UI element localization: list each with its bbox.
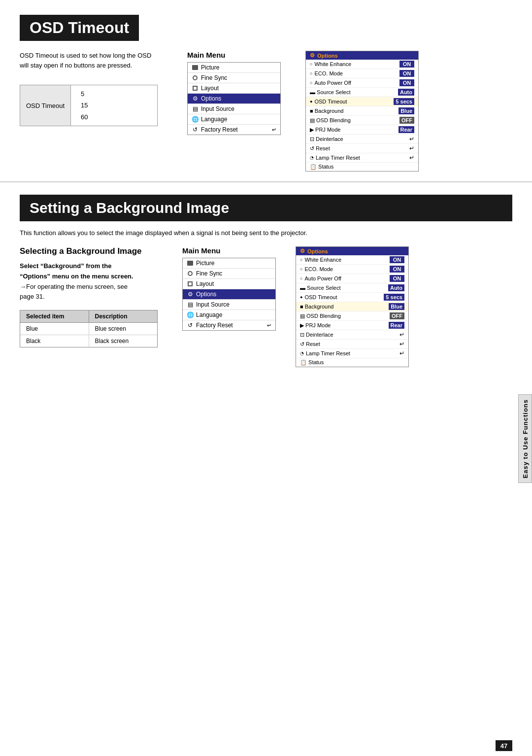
bg-osd-timeout-row-value: 5 secs [384,294,404,301]
bg-status-label: 📋 Status [300,359,324,366]
bg-menu-item-language[interactable]: 🌐 Language [183,310,275,320]
osd-blending-value: OFF [399,117,414,124]
options-icon: ⚙ [192,96,199,102]
bg-white-enhance-label: ○ White Enhance [300,257,341,263]
menu-label-language: Language [201,116,227,123]
menu-item-layout[interactable]: Layout [188,83,280,94]
bg-menu-label-picture: Picture [196,260,214,267]
osd-options-panel: ⚙ Options ○ White Enhance ON ○ ECO. Mode… [305,51,512,172]
menu-item-language[interactable]: 🌐 Language [188,114,280,125]
bg-menu-item-layout[interactable]: Layout [183,279,275,289]
options-header-icon: ⚙ [310,52,315,59]
bg-menu-box: Picture Fine Sync Layout ⚙ Options ▤ Inp… [182,258,276,331]
bg-left-panel: Selecting a Background Image Select “Bac… [20,246,167,347]
bg-table-row-blue: Blue Blue screen [20,323,157,335]
bg-desc-black: Black screen [89,335,158,347]
bg-description: This function allows you to select the i… [20,229,512,237]
source-select-value: Auto [398,89,414,96]
bg-menu-item-finesync[interactable]: Fine Sync [183,269,275,279]
bg-menu-label-factoryreset: Factory Reset [196,322,233,329]
menu-item-picture[interactable]: Picture [188,63,280,73]
bg-factoryreset-enter: ↵ [267,322,271,329]
bg-options-panel: ⚙ Options ○ White Enhance ON ○ ECO. Mode… [296,246,512,367]
side-tab: Easy to Use Functions [518,394,532,483]
bg-source-select-value: Auto [388,284,404,291]
menu-label-layout: Layout [201,85,219,92]
osd-content-area: OSD Timeout is used to set how long the … [20,51,512,172]
bg-prj-mode-label: ▶ PRJ Mode [300,322,331,329]
lamp-timer-label: ◔ Lamp Timer Reset [310,155,360,161]
background-value: Blue [399,107,414,114]
auto-power-label: ○ Auto Power Off [310,80,351,86]
bg-menu-label-inputsource: Input Source [196,301,230,308]
bg-lamp-timer-label: ◔ Lamp Timer Reset [300,350,350,356]
bg-menu-item-inputsource[interactable]: ▤ Input Source [183,300,275,310]
page-number: 47 [496,740,512,751]
options-row-prj-mode: ▶ PRJ Mode Rear [306,125,418,135]
options-row-eco-mode: ○ ECO. Mode ON [306,69,418,78]
bg-finesync-icon [187,271,194,276]
layout-icon [192,85,199,91]
osd-left-panel: OSD Timeout is used to set how long the … [20,51,167,126]
factoryreset-icon: ↺ [192,127,199,133]
bg-options-header-icon: ⚙ [300,248,305,254]
bg-white-enhance-value: ON [390,256,404,263]
osd-main-menu: Main Menu Picture Fine Sync Layout ⚙ Opt… [187,51,286,135]
options-row-source-select: ▬ Source Select Auto [306,88,418,97]
menu-item-inputsource[interactable]: ▤ Input Source [188,104,280,114]
options-row-background: ■ Background Blue [306,106,418,116]
osd-values-table: OSD Timeout 5 15 60 [20,85,158,126]
options-panel-header: ⚙ Options [306,51,418,60]
instruction-line4: page 31. [20,293,45,300]
bg-osd-blending-value: OFF [390,312,404,319]
menu-label-finesync: Fine Sync [201,74,227,81]
menu-item-finesync[interactable]: Fine Sync [188,73,280,83]
bg-options-row-osd-blending: ▤ OSD Blending OFF [296,311,408,321]
eco-mode-value: ON [399,70,414,77]
osd-timeout-section: OSD Timeout OSD Timeout is used to set h… [0,0,532,182]
menu-item-factoryreset[interactable]: ↺ Factory Reset ↵ [188,125,280,135]
bg-options-row-prj-mode: ▶ PRJ Mode Rear [296,321,408,330]
options-row-auto-power: ○ Auto Power Off ON [306,78,418,88]
deinterlace-enter: ↵ [409,136,414,142]
bg-source-select-label: ▬ Source Select [300,285,341,291]
bg-options-row-source-select: ▬ Source Select Auto [296,283,408,293]
background-label: ■ Background [310,108,343,114]
bg-menu-item-factoryreset[interactable]: ↺ Factory Reset ↵ [183,320,275,330]
bg-options-row-background: ■ Background Blue [296,302,408,311]
bg-options-row-osd-timeout: ● OSD Timeout 5 secs [296,293,408,302]
bg-inputsource-icon: ▤ [187,302,194,308]
menu-label-picture: Picture [201,64,219,71]
bg-menu-label-layout: Layout [196,280,214,287]
bg-menu-label-finesync: Fine Sync [196,270,222,277]
bg-menu-item-picture[interactable]: Picture [183,258,275,269]
background-image-title: Setting a Background Image [20,195,512,221]
osd-main-menu-title: Main Menu [187,51,286,59]
menu-item-options[interactable]: ⚙ Options [188,94,280,104]
osd-value-60: 60 [81,111,88,123]
bg-table-header: Selected item Description [20,310,157,323]
bg-menu-label-language: Language [196,311,222,318]
bg-background-value: Blue [389,303,404,310]
bg-col1-header: Selected item [20,310,89,322]
osd-timeout-row-label: ● OSD Timeout [310,99,347,104]
finesync-icon [192,75,199,81]
osd-timeout-title: OSD Timeout [20,15,139,41]
osd-description: OSD Timeout is used to set how long the … [20,51,167,70]
bg-item-blue: Blue [20,323,89,335]
bg-eco-mode-value: ON [390,266,404,273]
bg-osd-timeout-row-label: ● OSD Timeout [300,294,337,300]
lamp-timer-enter: ↵ [409,154,414,161]
instruction-line1: Select “Background” from the [20,262,111,270]
options-row-osd-blending: ▤ OSD Blending OFF [306,116,418,125]
reset-enter: ↵ [409,145,414,152]
language-icon: 🌐 [192,116,199,122]
bg-auto-power-value: ON [390,275,404,282]
bg-menu-item-options[interactable]: ⚙ Options [183,289,275,300]
prj-mode-label: ▶ PRJ Mode [310,127,340,133]
auto-power-value: ON [399,79,414,86]
bg-osd-blending-label: ▤ OSD Blending [300,313,341,319]
eco-mode-label: ○ ECO. Mode [310,70,343,76]
bg-reset-enter: ↵ [399,341,404,347]
bg-factoryreset-icon: ↺ [187,322,194,328]
